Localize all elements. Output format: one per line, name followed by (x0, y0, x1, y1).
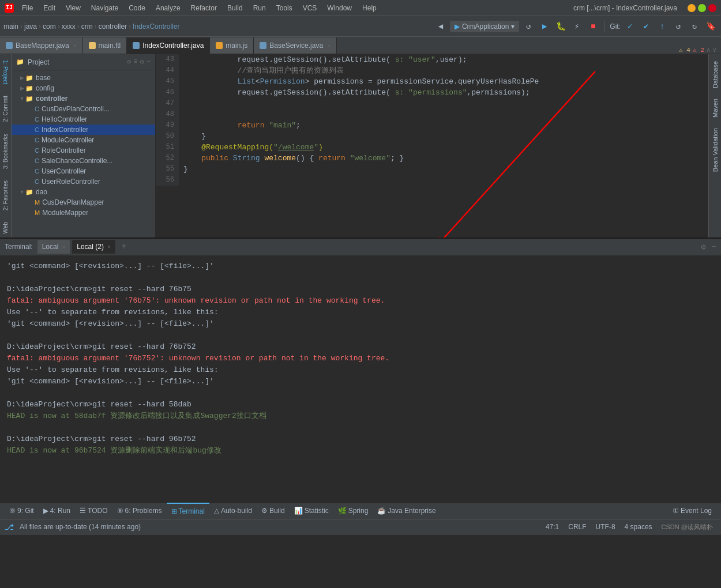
tab-mainjs[interactable]: main.js (210, 37, 254, 54)
terminal-tab-local[interactable]: Local × (37, 240, 70, 254)
tree-item-index[interactable]: C IndexController (12, 125, 155, 135)
breadcrumb-com[interactable]: com (43, 22, 56, 31)
tree-item-cusdevmapper[interactable]: M CusDevPlanMapper (12, 197, 155, 208)
favorites-tool-button[interactable]: 2: Favorites (1, 177, 10, 214)
status-encoding[interactable]: UTF-8 (592, 521, 619, 533)
event-log-button[interactable]: ① Event Log (668, 503, 716, 519)
breadcrumb-controller[interactable]: controller (99, 22, 127, 31)
tree-item-config[interactable]: ▶ 📁 config (12, 83, 155, 93)
status-git-message[interactable]: All files are up-to-date (14 minutes ago… (16, 521, 144, 533)
status-crlf[interactable]: CRLF (565, 521, 589, 533)
git-status-icon: ⎇ (5, 522, 14, 532)
maven-tool-button[interactable]: Maven (711, 94, 720, 122)
minimize-panel-icon[interactable]: − (147, 58, 151, 66)
java-enterprise-tool-button[interactable]: ☕ Java Enterprise (373, 503, 440, 519)
tree-item-user[interactable]: C UserController (12, 166, 155, 176)
bookmarks-tool-button[interactable]: 3: Bookmarks (1, 130, 10, 172)
menu-tools[interactable]: Tools (272, 3, 297, 13)
git-push-button[interactable]: ↑ (655, 20, 669, 33)
menu-file[interactable]: File (17, 3, 37, 13)
run-button[interactable]: ▶ (538, 20, 551, 33)
terminal-tool-button[interactable]: ⊞ Terminal (167, 503, 209, 519)
tab-close-basemapper[interactable]: × (73, 43, 77, 49)
menu-edit[interactable]: Edit (39, 3, 60, 13)
tree-item-userrole[interactable]: C UserRoleController (12, 176, 155, 187)
terminal-close-local[interactable]: × (62, 244, 65, 250)
auto-build-tool-button[interactable]: △ Auto-build (209, 503, 257, 519)
menu-refactor[interactable]: Refactor (186, 3, 221, 13)
terminal-content[interactable]: 'git <command> [<revision>...] -- [<file… (0, 256, 721, 503)
tree-item-cusdevplan[interactable]: C CusDevPlanControll... (12, 104, 155, 114)
tree-item-base[interactable]: ▶ 📁 base (12, 73, 155, 83)
coverage-button[interactable]: ⚡ (570, 20, 584, 33)
debug-button[interactable]: 🐛 (554, 20, 568, 33)
terminal-close-local2[interactable]: × (107, 244, 111, 250)
minimize-button[interactable] (688, 4, 696, 12)
code-editor[interactable]: 43 44 45 46 47 48 49 50 51 52 55 56 r (156, 54, 708, 238)
back-button[interactable]: ◀ (434, 20, 448, 33)
menu-vcs[interactable]: VCS (298, 3, 322, 13)
tree-item-salechance[interactable]: C SaleChanceControlle... (12, 156, 155, 166)
breadcrumb-xxxx[interactable]: xxxx (62, 22, 76, 31)
menu-navigate[interactable]: Navigate (87, 3, 123, 13)
build-tool-button[interactable]: ⚙ Build (257, 503, 290, 519)
undo-button[interactable]: ↺ (671, 20, 685, 33)
tab-baseservice[interactable]: BaseService.java × (254, 37, 337, 54)
menu-run[interactable]: Run (249, 3, 271, 13)
breadcrumb-main[interactable]: main (3, 22, 18, 31)
tree-item-hello[interactable]: C HelloController (12, 114, 155, 125)
database-tool-button[interactable]: Database (711, 56, 720, 93)
statistic-tool-button[interactable]: 📊 Statistic (290, 503, 333, 519)
tree-item-controller[interactable]: ▼ 📁 controller (12, 93, 155, 104)
git-check-button[interactable]: ✓ (623, 20, 637, 33)
tab-mainftl[interactable]: main.ftl (83, 37, 127, 54)
problems-tool-button[interactable]: ⑥ 6: Problems (112, 503, 167, 519)
web-tool-button[interactable]: Web (1, 218, 10, 237)
commit-tool-button[interactable]: 2: Commit (1, 92, 10, 126)
terminal-line-blank1 (7, 272, 714, 284)
sort-icon[interactable]: ≡ (133, 58, 137, 66)
terminal-tab-local2[interactable]: Local (2) × (72, 240, 115, 254)
breadcrumb-java[interactable]: java (24, 22, 37, 31)
menu-code[interactable]: Code (124, 3, 150, 13)
status-indent[interactable]: 4 spaces (621, 521, 656, 533)
refresh-button[interactable]: ↺ (521, 20, 535, 33)
terminal-settings-icon[interactable]: ⚙ (701, 242, 705, 252)
bean-validation-tool-button[interactable]: Bean Validation (711, 123, 720, 176)
git-tool-button[interactable]: ⑨ 9: Git (5, 503, 39, 519)
file-icon-c5: C (35, 147, 39, 154)
sync-icon[interactable]: ⊕ (127, 58, 131, 66)
menu-view[interactable]: View (61, 3, 85, 13)
tree-item-role[interactable]: C RoleController (12, 145, 155, 156)
tab-basemapper[interactable]: BaseMapper.java × (0, 37, 83, 54)
breadcrumb-crm[interactable]: crm (81, 22, 93, 31)
tree-item-dao[interactable]: ▼ 📁 dao (12, 187, 155, 197)
code-area[interactable]: request.getSession().setAttribute( s: "u… (179, 54, 708, 186)
menu-build[interactable]: Build (223, 3, 247, 13)
tab-indexcontroller[interactable]: IndexController.java (127, 37, 210, 54)
menu-help[interactable]: Help (358, 3, 381, 13)
tree-item-module[interactable]: C ModuleController (12, 135, 155, 145)
menu-analyze[interactable]: Analyze (151, 3, 185, 13)
tab-close-baseservice[interactable]: × (327, 43, 331, 49)
project-tool-button[interactable]: 1: Project (1, 56, 10, 88)
bookmark-button[interactable]: 🔖 (704, 20, 718, 33)
spring-tool-button[interactable]: 🌿 Spring (333, 503, 373, 519)
run-config-selector[interactable]: ▶ CrmApplication ▾ (450, 21, 519, 32)
git-ok-button[interactable]: ✔ (639, 20, 653, 33)
close-button[interactable] (708, 4, 716, 12)
stop-button[interactable]: ■ (586, 20, 600, 33)
run-tool-button[interactable]: ▶ 4: Run (39, 503, 75, 519)
maximize-button[interactable] (698, 4, 706, 12)
code-content[interactable]: 43 44 45 46 47 48 49 50 51 52 55 56 r (156, 54, 708, 238)
tree-item-modulemapper[interactable]: M ModuleMapper (12, 208, 155, 218)
terminal-close-panel-icon[interactable]: − (712, 242, 716, 251)
todo-tool-button[interactable]: ☰ TODO (75, 503, 112, 519)
menu-window[interactable]: Window (322, 3, 356, 13)
right-panel-icons: Database Maven Bean Validation (708, 54, 721, 238)
terminal-add-button[interactable]: + (118, 240, 130, 253)
status-position[interactable]: 47:1 (542, 521, 562, 533)
breadcrumb-indexcontroller[interactable]: IndexController (133, 22, 179, 31)
settings-icon[interactable]: ⚙ (140, 58, 144, 66)
redo-button[interactable]: ↻ (688, 20, 701, 33)
